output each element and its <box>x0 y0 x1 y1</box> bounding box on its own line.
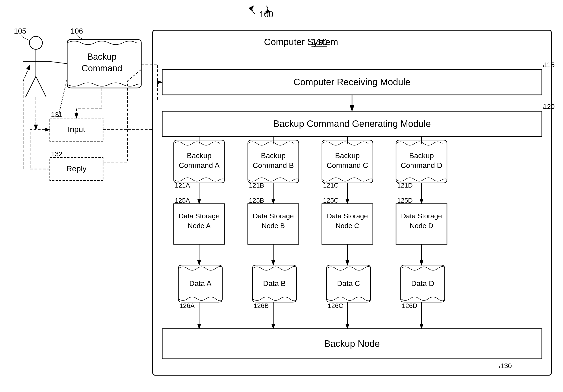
ref-121a: 121A <box>175 182 190 189</box>
ref-130: 130 <box>500 362 512 369</box>
backup-cmd-a-line1: Backup <box>187 152 212 160</box>
svg-line-6 <box>36 76 46 97</box>
ref-115: 115 <box>543 61 555 69</box>
ref-126b: 126B <box>254 302 269 309</box>
computer-system-label: Computer System <box>264 37 338 47</box>
ref-125d: 125D <box>397 197 413 204</box>
bcgm-label: Backup Command Generating Module <box>273 119 431 129</box>
backup-cmd-b-line2: Command B <box>253 161 294 169</box>
computer-receiving-module-label: Computer Receiving Module <box>294 77 411 87</box>
data-a-label: Data A <box>189 279 212 288</box>
ref-132: 132 <box>51 150 63 158</box>
backup-cmd-b-line1: Backup <box>261 152 286 160</box>
backup-node-label: Backup Node <box>324 339 380 349</box>
svg-line-5 <box>26 76 36 97</box>
ref-121c: 121C <box>323 182 339 189</box>
data-c-label: Data C <box>337 279 360 288</box>
ref-126d: 126D <box>402 302 417 309</box>
diagram-svg: 100 105 Backup Command 106 Input 131 Rep… <box>0 0 563 392</box>
backup-cmd-c-line1: Backup <box>335 152 360 160</box>
ref-126a: 126A <box>179 302 195 309</box>
figure-number: 100 <box>259 10 273 19</box>
dsn-b-line1: Data Storage <box>253 212 294 220</box>
input-label: Input <box>68 125 85 134</box>
svg-point-2 <box>29 36 42 49</box>
reply-label: Reply <box>66 164 87 173</box>
ref-125b: 125B <box>249 197 264 204</box>
backup-command-label: Backup <box>87 52 117 62</box>
dsn-d-line2: Node D <box>410 222 433 229</box>
computer-system-label-underline: 110 <box>311 37 327 47</box>
dsn-d-line1: Data Storage <box>401 212 442 220</box>
ref-125a: 125A <box>175 197 190 204</box>
data-b-label: Data B <box>263 279 286 288</box>
backup-cmd-a-line2: Command A <box>179 161 220 169</box>
ref-106: 106 <box>71 27 83 35</box>
dsn-c-line1: Data Storage <box>327 212 368 220</box>
ref-131: 131 <box>51 111 63 118</box>
backup-cmd-c-line2: Command C <box>327 161 368 169</box>
data-d-label: Data D <box>411 279 434 288</box>
diagram-container: 100 105 Backup Command 106 Input 131 Rep… <box>0 0 563 392</box>
ref-125c: 125C <box>323 197 339 204</box>
dsn-a-line2: Node A <box>188 222 211 229</box>
dsn-c-line2: Node C <box>336 222 359 229</box>
ref-120: 120 <box>543 102 555 110</box>
ref-105: 105 <box>14 27 26 35</box>
backup-cmd-d-line1: Backup <box>409 152 434 160</box>
ref-121d: 121D <box>397 182 413 189</box>
backup-command-label2: Command <box>81 63 122 73</box>
backup-cmd-d-line2: Command D <box>401 161 442 169</box>
dsn-b-line2: Node B <box>262 222 285 229</box>
ref-121b: 121B <box>249 182 264 189</box>
ref-126c: 126C <box>328 302 343 309</box>
svg-line-7 <box>49 61 67 64</box>
dsn-a-line1: Data Storage <box>179 212 220 220</box>
